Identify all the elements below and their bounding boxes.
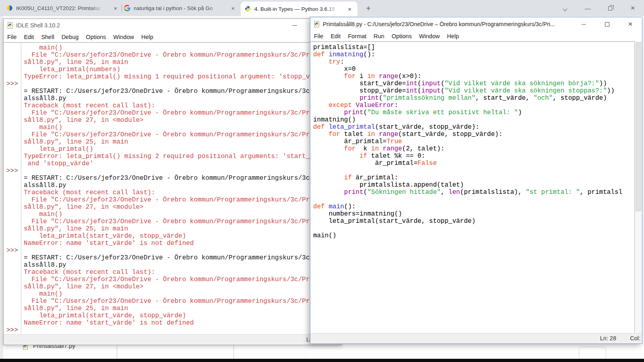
editor-statusbar: Ln: 28 Col: — [310, 333, 642, 343]
editor-code-line: main() — [313, 232, 642, 239]
shell-line: såll8.py", line 27, in <module> — [4, 117, 341, 124]
shell-line: leta_primtal(start_värde, stopp_värde) — [4, 312, 341, 319]
tab-close-icon[interactable]: × — [112, 4, 119, 12]
shell-line: File "C:/Users/jefor23/OneDrive - Örebro… — [4, 51, 341, 59]
editor-minimize-button[interactable] — [572, 17, 595, 31]
shell-line: main() — [4, 211, 341, 218]
shell-line: = RESTART: C:/Users/jefor23/OneDrive - Ö… — [4, 254, 341, 261]
browser-window-controls: — × — [554, 0, 644, 16]
shell-line: såll8.py", line 27, in <module> — [4, 204, 341, 211]
editor-code-line: def inmatning(): — [313, 51, 642, 58]
shell-text-area: main() File "C:/Users/jefor23/OneDrive -… — [4, 44, 341, 334]
menu-item-shell[interactable]: Shell — [37, 34, 58, 40]
browser-tab-python-docs[interactable]: 4. Built-in Types — Python 3.6.15 × — [241, 2, 357, 16]
tab-separator — [122, 4, 122, 12]
shell-line: leta_primtal() — [4, 146, 341, 153]
shell-window-title: IDLE Shell 3.10.2 — [16, 22, 60, 29]
browser-tab-itslearning[interactable]: IK005U_C4110_VT2022: Primtalss × — [6, 3, 119, 13]
browser-menu-chevron-icon[interactable] — [554, 5, 576, 12]
menu-item-edit[interactable]: Edit — [327, 33, 344, 39]
shell-line: Traceback (most recent call last): — [4, 269, 341, 276]
page-divider-line — [233, 345, 234, 359]
google-icon — [124, 5, 130, 11]
editor-code-line: try: — [313, 58, 642, 66]
taskbar[interactable] — [0, 359, 644, 362]
shell-minimize-button[interactable] — [285, 19, 304, 32]
menu-item-run[interactable]: Run — [370, 33, 388, 39]
editor-code-line: är_primtal=False — [313, 160, 642, 167]
editor-code-line: print("primtalssökning mellan", start_vä… — [313, 95, 642, 102]
tab-title: 4. Built-in Types — Python 3.6.15 — [254, 6, 343, 12]
menu-item-debug[interactable]: Debug — [58, 34, 83, 40]
menu-item-window[interactable]: Window — [415, 33, 444, 39]
shell-line: >>> — [4, 327, 341, 334]
browser-restore-button[interactable] — [599, 5, 621, 12]
shell-line: File "C:/Users/jefor23/OneDrive - Örebro… — [4, 131, 341, 138]
shell-line: main() — [4, 124, 341, 131]
shell-line: alssåll8.py — [4, 95, 341, 102]
shell-line: >>> — [4, 80, 341, 88]
browser-tab-google-search[interactable]: naturliga tal i python - Sök på Go × — [124, 3, 237, 13]
desktop: Primtalssåll7.py IK005U_C4110_VT2022: Pr… — [0, 0, 644, 362]
editor-code-line: def main(): — [313, 203, 642, 210]
tab-title: IK005U_C4110_VT2022: Primtalss — [16, 5, 109, 11]
background-window-strip[interactable]: Primtalssåll7.py — [3, 345, 309, 359]
browser-close-button[interactable]: × — [621, 4, 644, 12]
menu-item-help[interactable]: Help — [443, 33, 462, 39]
editor-code-line: def leta_primtal(start_värde, stopp_värd… — [313, 123, 642, 131]
idle-shell-window: IDLE Shell 3.10.2 FileEditShellDebugOpti… — [3, 19, 341, 345]
menu-item-help[interactable]: Help — [138, 34, 157, 40]
tab-close-icon[interactable]: × — [346, 5, 353, 12]
editor-code-line: print("Sökningen hittade", len(primtalsl… — [313, 189, 642, 196]
editor-scrollbar[interactable] — [634, 41, 642, 333]
editor-code-line: for k in range(2, talet): — [313, 145, 642, 152]
editor-titlebar[interactable]: Primtalssåll8.py - C:/Users/jefor23/OneD… — [310, 17, 642, 31]
shell-line: main() — [4, 44, 341, 51]
shell-line: alssåll8.py — [4, 182, 341, 189]
menu-item-options[interactable]: Options — [82, 34, 109, 40]
menu-item-edit[interactable]: Edit — [20, 34, 37, 40]
page-floating-button[interactable] — [579, 347, 606, 360]
python-icon — [245, 6, 251, 12]
new-tab-button[interactable]: + — [363, 3, 374, 14]
editor-close-button[interactable]: × — [619, 17, 642, 31]
background-window-title: Primtalssåll7.py — [33, 345, 75, 349]
menu-item-options[interactable]: Options — [388, 33, 415, 39]
shell-statusbar: Ln: — [4, 334, 341, 345]
editor-maximize-button[interactable] — [595, 17, 619, 31]
tab-close-icon[interactable]: × — [229, 4, 237, 12]
shell-line: File "C:/Users/jefor23/OneDrive - Örebro… — [4, 196, 341, 204]
editor-code-line: except ValueError: — [313, 102, 642, 109]
editor-code-line: numbers=inmatning() — [313, 210, 642, 218]
shell-prompt: >>> — [6, 80, 18, 88]
editor-code-line: for talet in range(start_värde, stopp_vä… — [313, 131, 642, 138]
shell-line: leta_primtal(numbers) — [4, 66, 341, 73]
menu-item-format[interactable]: Format — [344, 33, 370, 39]
editor-code-line: if talet %k == 0: — [313, 152, 642, 160]
editor-code-line: primtalslista=[] — [313, 44, 642, 51]
browser-left-edge — [0, 16, 3, 359]
editor-code-line — [313, 167, 642, 174]
itslearning-icon — [6, 5, 13, 11]
browser-minimize-button[interactable]: — — [576, 5, 599, 12]
editor-code-line: inmatning() — [313, 116, 642, 123]
menu-item-file[interactable]: File — [4, 34, 20, 40]
shell-line: TypeError: leta_primtal() missing 1 requ… — [4, 73, 341, 80]
editor-code-line: x=0 — [313, 66, 642, 73]
menu-item-window[interactable]: Window — [109, 34, 138, 40]
shell-line: alssåll8.py — [4, 261, 341, 269]
shell-line: = RESTART: C:/Users/jefor23/OneDrive - Ö… — [4, 175, 341, 182]
editor-code-line: leta_primtal(start_värde, stopp_värde) — [313, 218, 642, 225]
editor-code-line — [313, 225, 642, 232]
shell-titlebar[interactable]: IDLE Shell 3.10.2 — [4, 19, 341, 32]
editor-code-line: stopp_värde=int(input("Vid vilket värde … — [313, 87, 642, 95]
editor-code-line: for i in range(x>0): — [313, 73, 642, 80]
tab-title: naturliga tal i python - Sök på Go — [134, 5, 226, 11]
editor-scrollbar-thumb[interactable] — [636, 42, 641, 211]
menu-item-file[interactable]: File — [310, 33, 327, 39]
editor-window: Primtalssåll8.py - C:/Users/jefor23/OneD… — [310, 17, 642, 344]
editor-window-title: Primtalssåll8.py - C:/Users/jefor23/OneD… — [323, 21, 555, 27]
shell-output-area[interactable]: main() File "C:/Users/jefor23/OneDrive -… — [4, 42, 341, 334]
editor-code-line: är_primtal=True — [313, 138, 642, 145]
editor-code-area[interactable]: primtalslista=[]def inmatning(): try: x=… — [310, 41, 642, 333]
